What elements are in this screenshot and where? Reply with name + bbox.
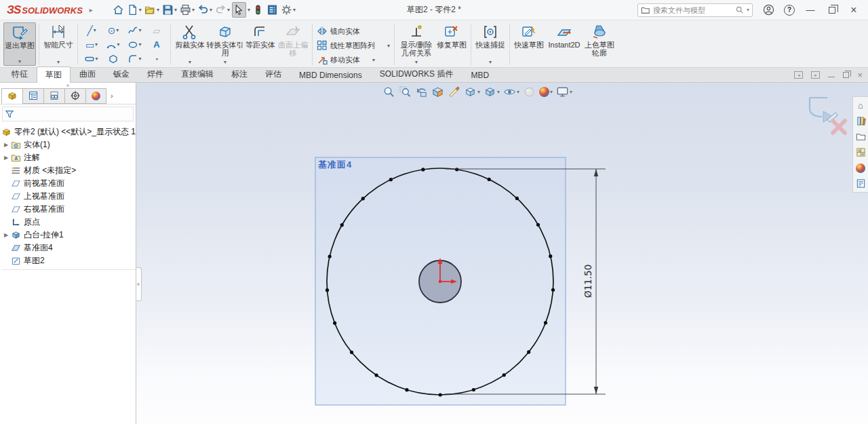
tree-item-right-plane[interactable]: 右视基准面 — [1, 203, 136, 216]
save-button[interactable]: ▾ — [161, 3, 178, 17]
sketch-fillet-tool[interactable]: ▾ — [124, 52, 146, 66]
shaded-sketch-contours-button[interactable]: 上色草图轮廓 — [583, 22, 616, 66]
hide-show-items-dropdown[interactable]: ▾ — [517, 89, 519, 95]
sketch-text-tool[interactable]: A — [146, 38, 167, 52]
tab-mbd[interactable]: MBD — [462, 68, 498, 82]
tree-root[interactable]: 零件2 (默认) <<默认>_显示状态 1> — [1, 126, 136, 138]
line-tool[interactable]: ╱▾ — [81, 24, 102, 37]
tree-item-origin[interactable]: 原点 — [1, 216, 136, 229]
select-tool-button[interactable] — [232, 2, 246, 18]
redo-button[interactable]: ▾ — [214, 3, 231, 17]
lifecycle-status-button[interactable] — [252, 3, 264, 17]
zoom-to-fit-button[interactable] — [382, 85, 396, 99]
slot-tool[interactable]: ▾ — [81, 52, 102, 66]
save-dropdown[interactable]: ▾ — [174, 7, 177, 13]
undo-button[interactable]: ▾ — [197, 3, 213, 17]
tree-item-label[interactable]: 草图2 — [24, 255, 45, 267]
view-orientation-dropdown[interactable]: ▾ — [477, 89, 480, 95]
apply-scene-dropdown[interactable]: ▾ — [550, 89, 553, 95]
task-list-button[interactable] — [266, 3, 279, 17]
tab-dimxpert-manager[interactable] — [64, 88, 85, 104]
document-close-button[interactable]: × — [857, 70, 863, 80]
rapid-sketch-button[interactable]: 快速草图 — [513, 22, 545, 66]
sketch-canvas[interactable]: Ø11.50 — [136, 83, 862, 424]
view-orientation-button[interactable]: ▾ — [463, 85, 481, 99]
convert-entities-button[interactable]: 转换实体引用 ▾ — [206, 22, 244, 66]
tab-direct-editing[interactable]: 直接编辑 — [172, 66, 222, 82]
taskpane-home-button[interactable]: ⌂ — [854, 99, 867, 112]
options-button[interactable]: ▾ — [280, 3, 296, 17]
circle-tool[interactable]: ⊙▾ — [102, 24, 124, 37]
view-settings-dropdown[interactable]: ▾ — [570, 89, 572, 95]
menu-flyout-arrow-icon[interactable]: ▸ — [90, 6, 93, 14]
rectangle-tool[interactable]: ▭▾ — [81, 38, 102, 52]
tab-surfaces[interactable]: 曲面 — [71, 66, 104, 82]
quick-snaps-dropdown[interactable]: ▾ — [489, 59, 492, 66]
exit-sketch-button[interactable]: 退出草图 ▾ — [3, 22, 36, 66]
polygon-tool[interactable] — [102, 52, 124, 66]
tab-property-manager[interactable] — [22, 88, 43, 104]
expand-arrow-icon[interactable]: ▶ — [1, 142, 11, 148]
redo-dropdown[interactable]: ▾ — [227, 7, 230, 13]
select-dropdown[interactable]: ▾ — [248, 7, 250, 13]
move-entities-button[interactable]: 移动实体 ▾ — [315, 54, 391, 66]
print-dropdown[interactable]: ▾ — [192, 7, 195, 13]
minimize-button[interactable]: — — [804, 4, 816, 16]
print-button[interactable]: ▾ — [179, 3, 195, 17]
tab-mbd-dimensions[interactable]: MBD Dimensions — [290, 68, 371, 82]
search-input[interactable] — [653, 6, 732, 14]
tree-item-annotations[interactable]: ▶ A 注解 — [1, 151, 136, 164]
tree-item-solid-bodies[interactable]: ▶ 实体(1) — [1, 138, 136, 151]
hide-show-items-button[interactable]: ▾ — [502, 85, 520, 99]
spline-tool[interactable]: ▾ — [124, 24, 146, 37]
dimension-value[interactable]: Ø11.50 — [583, 265, 593, 298]
new-document-dropdown[interactable]: ▾ — [139, 7, 142, 13]
tab-solidworks-addins[interactable]: SOLIDWORKS 插件 — [371, 66, 462, 82]
display-style-dropdown[interactable]: ▾ — [497, 89, 500, 95]
tree-item-label[interactable]: 基准面4 — [24, 242, 53, 254]
tab-sketch[interactable]: 草图 — [37, 66, 71, 83]
tree-item-label[interactable]: 凸台-拉伸1 — [24, 229, 64, 241]
open-button[interactable]: ▾ — [144, 3, 160, 17]
ellipse-tool[interactable]: ▾ — [124, 38, 146, 52]
tree-item-material[interactable]: 材质 <未指定> — [1, 164, 136, 177]
move-entities-dropdown[interactable]: ▾ — [372, 57, 375, 63]
panel-splitter-handle[interactable] — [136, 267, 142, 301]
sketch-plane-tool[interactable]: ▱ — [146, 24, 167, 37]
smart-dimension-button[interactable]: 智能尺寸 ▾ — [42, 22, 75, 66]
tree-item-front-plane[interactable]: 前视基准面 — [1, 177, 136, 190]
search-icon[interactable] — [735, 5, 744, 14]
display-style-button[interactable]: ▾ — [483, 85, 500, 99]
taskpane-custom-properties-button[interactable] — [854, 177, 867, 190]
expand-arrow-icon[interactable]: ▶ — [1, 232, 11, 238]
tree-root-label[interactable]: 零件2 (默认) <<默认>_显示状态 1> — [14, 126, 136, 138]
expand-arrow-icon[interactable]: ▶ — [1, 155, 11, 161]
tab-sheet-metal[interactable]: 钣金 — [104, 66, 138, 82]
panel-tabs-overflow[interactable]: › — [111, 92, 113, 100]
search-dropdown[interactable]: ▾ — [747, 7, 749, 13]
search-box[interactable]: ▾ — [637, 3, 753, 17]
tab-markup[interactable]: 标注 — [222, 66, 256, 82]
tree-filter[interactable] — [2, 107, 134, 121]
view-settings-button[interactable]: ▾ — [555, 85, 573, 99]
restore-button[interactable] — [826, 4, 838, 16]
home-button[interactable] — [112, 3, 125, 17]
trim-entities-button[interactable]: 剪裁实体 ▾ — [174, 22, 206, 66]
options-dropdown[interactable]: ▾ — [293, 7, 296, 13]
collapse-right-pane-icon[interactable]: ▸ — [811, 71, 820, 79]
exit-sketch-dropdown[interactable]: ▾ — [18, 58, 21, 65]
tab-configuration-manager[interactable] — [43, 88, 64, 104]
tree-item-plane4[interactable]: 基准面4 — [1, 242, 136, 254]
graphics-viewport[interactable]: ▾ ▾ ▾ ▾ ▾ — [136, 83, 868, 424]
arc-tool[interactable]: ▾ — [102, 38, 124, 52]
mirror-entities-button[interactable]: 镜向实体 — [315, 25, 391, 37]
instant2d-button[interactable]: Instant2D — [545, 22, 583, 66]
document-minimize-button[interactable] — [828, 73, 835, 77]
linear-sketch-pattern-button[interactable]: 线性草图阵列 ▾ — [315, 39, 391, 52]
close-button[interactable]: × — [848, 4, 860, 16]
plane4-label[interactable]: 基准面4 — [318, 159, 352, 171]
previous-view-button[interactable] — [414, 85, 429, 99]
display-delete-relations-dropdown[interactable]: ▾ — [415, 59, 418, 66]
repair-sketch-button[interactable]: 修复草图 — [435, 22, 468, 66]
tab-features[interactable]: 特征 — [3, 66, 37, 82]
